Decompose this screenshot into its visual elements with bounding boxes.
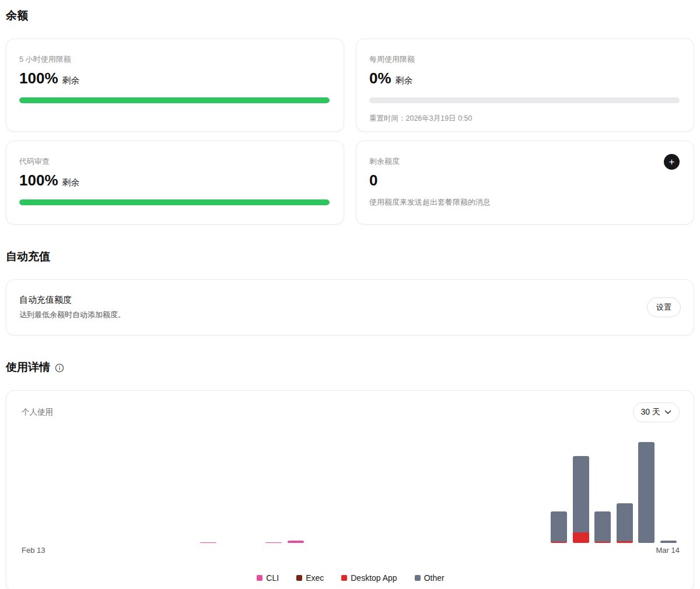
chart-bar-slot: [614, 441, 636, 543]
chart-bar[interactable]: [594, 511, 611, 543]
five-hour-progress-track: [19, 97, 330, 103]
chart-bar-slot: [153, 441, 176, 543]
x-axis-first-label: Feb 13: [22, 546, 45, 556]
chart-bar-slot: [241, 441, 263, 543]
usage-heading: 使用详情: [6, 360, 694, 375]
chart-bar[interactable]: [573, 456, 589, 543]
chart-bar[interactable]: [617, 503, 633, 543]
chart-bar-slot: [22, 441, 44, 543]
code-review-value: 100%: [19, 172, 58, 189]
legend-item: Desktop App: [341, 573, 397, 583]
legend-swatch: [296, 575, 302, 581]
legend-label: Desktop App: [351, 573, 397, 583]
weekly-progress-track: [369, 97, 680, 103]
legend-item: Other: [415, 573, 444, 583]
usage-heading-text: 使用详情: [6, 360, 50, 375]
code-review-progress-fill: [19, 199, 330, 205]
extra-credits-label: 剩余额度: [369, 156, 680, 167]
chart-bar-segment: [638, 442, 654, 543]
x-axis-last-label: Mar 14: [656, 546, 680, 556]
chart-bar-slot: [131, 441, 153, 543]
weekly-limit-label: 每周使用限额: [369, 54, 680, 65]
chart-bar-slot: [526, 441, 548, 543]
chart-header: 个人使用 30 天: [22, 402, 680, 422]
chart-bar-slot: [263, 441, 285, 543]
usage-chart-card: 个人使用 30 天 Feb 13 Mar 14 CLIExecDesktop A…: [6, 390, 694, 589]
chart-bar-segment: [594, 542, 611, 543]
legend-swatch: [415, 575, 421, 581]
code-review-card: 代码审查 100% 剩余: [6, 141, 344, 225]
code-review-label: 代码审查: [19, 156, 330, 167]
weekly-limit-card: 每周使用限额 0% 剩余 重置时间：2026年3月19日 0:50: [356, 38, 694, 132]
auto-recharge-heading-text: 自动充值: [6, 249, 50, 264]
legend-swatch: [257, 575, 262, 581]
chart-bar[interactable]: [551, 511, 567, 543]
chart-bar-slot: [373, 441, 395, 543]
chart-bar[interactable]: [288, 541, 304, 543]
chart-bar-slot: [592, 441, 614, 543]
extra-credits-value: 0: [369, 172, 377, 189]
auto-recharge-card: 自动充值额度 达到最低余额时自动添加额度。 设置: [6, 279, 694, 335]
chart-bar-slot: [394, 441, 416, 543]
chart-bar-slot: [328, 441, 351, 543]
five-hour-progress-fill: [19, 97, 330, 103]
code-review-suffix: 剩余: [62, 177, 80, 188]
legend-swatch: [341, 575, 347, 581]
code-review-progress-track: [19, 199, 330, 205]
chart-bar-slot: [416, 441, 439, 543]
add-credits-button[interactable]: +: [664, 154, 680, 170]
chart-bar-slot: [109, 441, 131, 543]
chart-bar-segment: [660, 541, 677, 543]
balance-heading: 余额: [6, 8, 694, 23]
chart-bar-segment: [617, 503, 633, 541]
chart-bar-slot: [636, 441, 658, 543]
chart-bar[interactable]: [638, 442, 654, 543]
weekly-reset-note: 重置时间：2026年3月19日 0:50: [369, 114, 680, 124]
auto-recharge-setup-button[interactable]: 设置: [647, 297, 681, 317]
chart-bar-slot: [438, 441, 460, 543]
auto-recharge-title: 自动充值额度: [19, 294, 125, 306]
five-hour-limit-card: 5 小时使用限额 100% 剩余: [6, 38, 344, 132]
chart-bar-slot: [88, 441, 110, 543]
chart-bar-slot: [657, 441, 680, 543]
chart-bar-segment: [573, 532, 589, 543]
chart-bar-slot: [504, 441, 526, 543]
weekly-limit-suffix: 剩余: [396, 75, 413, 86]
legend-label: Other: [424, 573, 444, 583]
chart-bar[interactable]: [265, 542, 282, 543]
chart-x-axis: Feb 13 Mar 14: [22, 546, 680, 556]
plus-icon: +: [669, 156, 675, 167]
legend-item: Exec: [296, 573, 324, 583]
chart-bar-slot: [65, 441, 88, 543]
chart-bar-slot: [482, 441, 504, 543]
chart-bar-segment: [594, 511, 611, 542]
legend-item: CLI: [257, 573, 279, 583]
balance-heading-text: 余额: [6, 8, 28, 23]
info-icon[interactable]: [55, 363, 64, 373]
auto-recharge-texts: 自动充值额度 达到最低余额时自动添加额度。: [19, 294, 125, 320]
chart-bar-slot: [285, 441, 307, 543]
chart-bar-slot: [570, 441, 592, 543]
chart-bar-segment: [573, 456, 589, 532]
chart-bar-slot: [548, 441, 570, 543]
five-hour-limit-suffix: 剩余: [62, 75, 80, 86]
chart-bar-slot: [351, 441, 373, 543]
chart-bar-slot: [460, 441, 482, 543]
date-range-selector[interactable]: 30 天: [633, 402, 680, 422]
chart-bar-slot: [307, 441, 329, 543]
five-hour-limit-value: 100%: [19, 70, 58, 87]
chart-bar[interactable]: [660, 541, 677, 543]
chart-bar[interactable]: [200, 542, 216, 543]
chart-plot: [22, 441, 680, 543]
chart-bar-segment: [288, 541, 304, 543]
chart-bar-segment: [551, 542, 567, 543]
chart-bar-segment: [551, 511, 567, 542]
date-range-label: 30 天: [641, 407, 660, 418]
chart-bar-slot: [219, 441, 241, 543]
chart-bar-segment: [265, 542, 282, 543]
chart-bar-segment: [617, 541, 633, 543]
weekly-limit-value: 0%: [369, 70, 391, 87]
auto-recharge-heading: 自动充值: [6, 249, 694, 264]
five-hour-limit-label: 5 小时使用限额: [19, 54, 330, 65]
balance-cards-grid: 5 小时使用限额 100% 剩余 每周使用限额 0% 剩余 重置时间：2026年…: [6, 38, 694, 225]
